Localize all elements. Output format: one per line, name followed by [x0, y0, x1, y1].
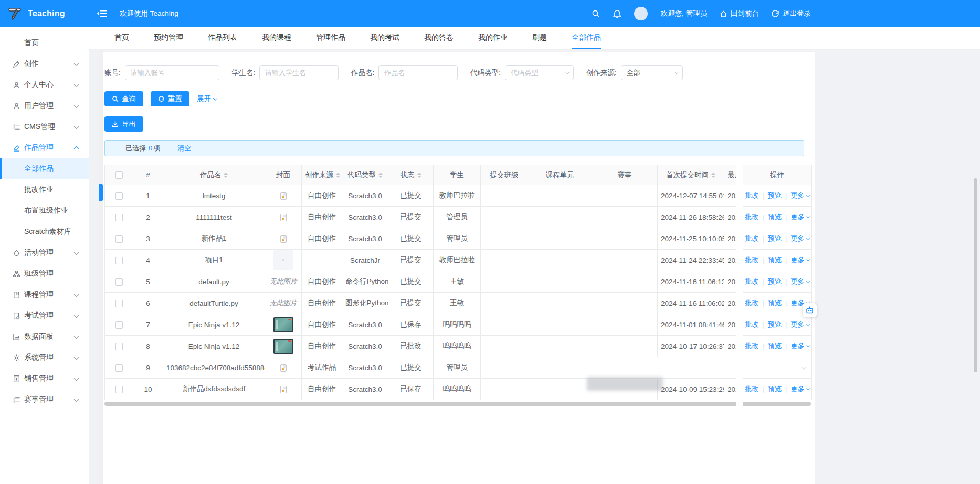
- row-action-批改[interactable]: 批改: [745, 320, 758, 329]
- tab-我的作业[interactable]: 我的作业: [478, 27, 508, 49]
- sidebar-item-10[interactable]: 数据面板: [0, 326, 89, 347]
- row-action-更多[interactable]: 更多: [791, 277, 809, 286]
- select-all-checkbox[interactable]: [115, 171, 123, 179]
- row-action-更多[interactable]: 更多: [791, 234, 809, 243]
- student-cell: 呜呜呜呜: [434, 379, 481, 400]
- sidebar-item-12[interactable]: 销售管理: [0, 368, 89, 389]
- sidebar-item-4[interactable]: CMS管理: [0, 116, 89, 137]
- bell-icon[interactable]: [613, 9, 621, 18]
- left-scroll-thumb[interactable]: [99, 184, 103, 201]
- tab-我的考试[interactable]: 我的考试: [370, 27, 399, 49]
- col-header-code[interactable]: 代码类型: [342, 165, 388, 185]
- row-action-预览[interactable]: 预览: [768, 384, 782, 394]
- row-action-批改[interactable]: 批改: [745, 234, 758, 243]
- sidebar-item-0[interactable]: 首页: [0, 33, 89, 53]
- chevron-down-icon[interactable]: [802, 364, 807, 370]
- chevron-down-icon: [806, 343, 809, 347]
- row-action-预览[interactable]: 预览: [768, 277, 782, 286]
- sort-caret-icon[interactable]: [336, 173, 340, 178]
- search-button[interactable]: 查询: [104, 91, 143, 106]
- filter-input-1[interactable]: [259, 65, 339, 80]
- sidebar-item-6[interactable]: 活动管理: [0, 242, 89, 263]
- sidebar-subitem-全部作品[interactable]: 全部作品: [0, 158, 89, 179]
- tab-首页[interactable]: 首页: [114, 27, 129, 49]
- row-action-预览[interactable]: 预览: [768, 212, 782, 222]
- row-action-批改[interactable]: 批改: [745, 191, 758, 200]
- row-checkbox-cell: [105, 379, 133, 400]
- col-header-source[interactable]: 创作来源: [302, 165, 342, 185]
- sidebar-item-13[interactable]: 赛事管理: [0, 389, 89, 410]
- row-checkbox[interactable]: [115, 192, 123, 200]
- tab-作品列表[interactable]: 作品列表: [208, 27, 237, 49]
- floating-assistant-button[interactable]: [803, 303, 817, 317]
- row-action-批改[interactable]: 批改: [745, 298, 758, 308]
- expand-filters-link[interactable]: 展开: [197, 94, 217, 104]
- sidebar-item-9[interactable]: 考试管理: [0, 305, 89, 326]
- row-checkbox[interactable]: [115, 386, 123, 393]
- sort-caret-icon[interactable]: [224, 173, 228, 178]
- tab-管理作品[interactable]: 管理作品: [316, 27, 345, 49]
- tab-刷题[interactable]: 刷题: [532, 27, 547, 49]
- row-action-批改[interactable]: 批改: [745, 255, 758, 265]
- search-icon[interactable]: [592, 9, 600, 18]
- row-checkbox[interactable]: [115, 364, 123, 372]
- row-action-更多[interactable]: 更多: [791, 212, 809, 222]
- tab-全部作品[interactable]: 全部作品: [572, 27, 601, 49]
- export-button[interactable]: 导出: [104, 116, 143, 132]
- row-action-批改[interactable]: 批改: [745, 384, 758, 394]
- row-action-预览[interactable]: 预览: [768, 191, 782, 200]
- filter-select-3[interactable]: 代码类型: [505, 65, 574, 80]
- filter-select-4[interactable]: 全部: [621, 65, 683, 80]
- row-action-更多[interactable]: 更多: [791, 384, 809, 394]
- clear-selection-link[interactable]: 清空: [177, 144, 191, 153]
- sidebar-subitem-布置班级作业[interactable]: 布置班级作业: [0, 200, 89, 221]
- row-action-预览[interactable]: 预览: [768, 255, 782, 265]
- row-checkbox[interactable]: [115, 321, 123, 329]
- col-header-status[interactable]: 状态: [388, 165, 434, 185]
- row-checkbox[interactable]: [115, 257, 123, 264]
- back-to-front-button[interactable]: 回到前台: [720, 9, 759, 18]
- row-checkbox[interactable]: [115, 343, 123, 350]
- row-action-批改[interactable]: 批改: [745, 212, 758, 222]
- row-checkbox[interactable]: [115, 235, 123, 243]
- row-action-预览[interactable]: 预览: [768, 341, 782, 351]
- sidebar-item-5[interactable]: 作品管理: [0, 137, 89, 158]
- sidebar-subitem-Scratch素材库[interactable]: Scratch素材库: [0, 221, 89, 242]
- row-action-更多[interactable]: 更多: [791, 255, 809, 265]
- right-scroll-thumb[interactable]: [974, 178, 977, 372]
- col-header-name[interactable]: 作品名: [163, 165, 265, 185]
- row-action-预览[interactable]: 预览: [768, 234, 782, 243]
- filter-input-0[interactable]: [125, 65, 219, 80]
- tab-我的课程[interactable]: 我的课程: [262, 27, 291, 49]
- sidebar-item-1[interactable]: 创作: [0, 53, 89, 74]
- row-action-更多[interactable]: 更多: [791, 341, 809, 351]
- sidebar-item-7[interactable]: 班级管理: [0, 263, 89, 284]
- filter-input-2[interactable]: [378, 65, 458, 80]
- row-action-预览[interactable]: 预览: [768, 298, 782, 308]
- sort-caret-icon[interactable]: [378, 173, 383, 178]
- row-action-预览[interactable]: 预览: [768, 320, 782, 329]
- sidebar-item-11[interactable]: 系统管理: [0, 347, 89, 368]
- row-checkbox[interactable]: [115, 214, 123, 221]
- sidebar-collapse-icon[interactable]: [97, 9, 107, 18]
- tab-预约管理[interactable]: 预约管理: [154, 27, 183, 49]
- horizontal-scrollbar-thumb[interactable]: [104, 402, 811, 406]
- avatar[interactable]: [634, 7, 648, 20]
- sidebar-item-2[interactable]: 个人中心: [0, 74, 89, 95]
- row-action-批改[interactable]: 批改: [745, 277, 758, 286]
- tab-我的答卷[interactable]: 我的答卷: [424, 27, 454, 49]
- logout-button[interactable]: 退出登录: [772, 9, 811, 18]
- sidebar-item-8[interactable]: 课程管理: [0, 284, 89, 305]
- row-action-更多[interactable]: 更多: [791, 320, 809, 329]
- sidebar-item-3[interactable]: 用户管理: [0, 95, 89, 116]
- reset-button[interactable]: 重置: [151, 91, 189, 106]
- row-checkbox[interactable]: [115, 278, 123, 286]
- row-checkbox[interactable]: [115, 300, 123, 307]
- sort-caret-icon[interactable]: [711, 173, 715, 178]
- col-header-first[interactable]: 首次提交时间: [658, 165, 724, 185]
- row-action-更多[interactable]: 更多: [791, 191, 809, 200]
- row-action-批改[interactable]: 批改: [745, 341, 758, 351]
- broken-image-icon: [280, 214, 287, 221]
- sort-caret-icon[interactable]: [417, 173, 421, 178]
- sidebar-subitem-批改作业[interactable]: 批改作业: [0, 179, 89, 200]
